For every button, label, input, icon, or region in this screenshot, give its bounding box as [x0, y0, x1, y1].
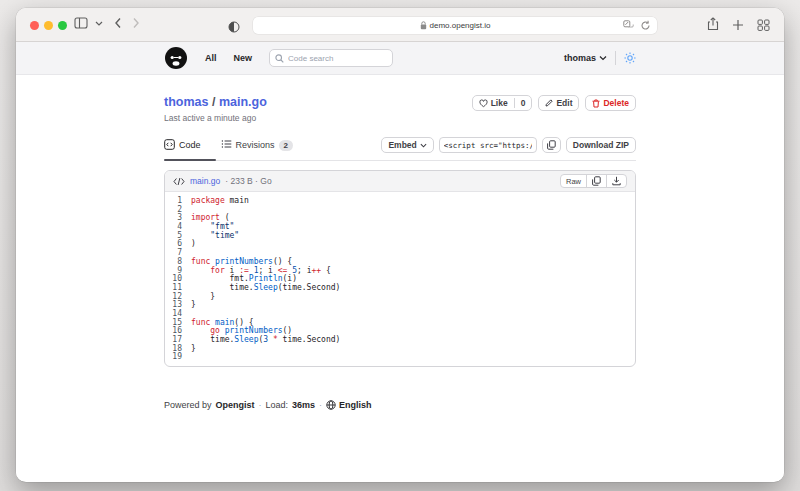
chevron-down-icon[interactable]	[95, 17, 103, 29]
tab-code[interactable]: Code	[164, 139, 201, 152]
file-card: main.go · 233 B · Go Raw	[164, 170, 636, 367]
address-bar[interactable]: demo.opengist.io	[253, 17, 657, 34]
opengist-footer-link[interactable]: Opengist	[216, 400, 255, 410]
code-line: 6)	[165, 240, 635, 249]
code-text: }	[191, 301, 196, 310]
download-zip-button[interactable]: Download ZIP	[566, 137, 636, 153]
browser-toolbar: demo.opengist.io	[16, 8, 784, 42]
code-text: }	[191, 345, 196, 354]
search-icon	[275, 49, 284, 67]
code-line: 3import (	[165, 214, 635, 223]
desktop-background: demo.opengist.io All New	[0, 0, 800, 491]
copy-icon	[592, 176, 601, 186]
trash-icon	[592, 99, 600, 108]
code-tab-icon	[164, 139, 175, 152]
user-menu[interactable]: thomas	[564, 53, 607, 63]
privacy-shield-icon[interactable]	[228, 19, 240, 37]
nav-all[interactable]: All	[205, 53, 217, 63]
window-controls	[30, 21, 67, 30]
last-active-text: Last active a minute ago	[164, 113, 267, 123]
code-search-box	[269, 49, 393, 67]
embed-button[interactable]: Embed	[381, 137, 433, 153]
revisions-list-icon	[221, 139, 232, 151]
code-line: 5 "time"	[165, 232, 635, 241]
close-window-button[interactable]	[30, 21, 39, 30]
header-divider	[615, 51, 616, 65]
code-file-icon	[173, 172, 185, 190]
gist-link[interactable]: main.go	[219, 95, 267, 109]
pencil-icon	[545, 99, 553, 107]
opengist-logo[interactable]	[164, 46, 188, 70]
code-line: 18}	[165, 345, 635, 354]
file-language: Go	[260, 176, 271, 186]
like-button[interactable]: Like 0	[472, 95, 533, 111]
code-text: time.Sleep(3 * time.Second)	[191, 336, 340, 345]
embed-snippet-input[interactable]	[439, 137, 537, 153]
theme-toggle-sun-icon[interactable]	[624, 52, 636, 64]
code-text: )	[191, 240, 196, 249]
copy-file-button[interactable]	[586, 175, 606, 187]
raw-button[interactable]: Raw	[561, 175, 586, 187]
browser-window: demo.opengist.io All New	[16, 8, 784, 482]
tab-revisions[interactable]: Revisions 2	[221, 139, 293, 151]
gist-title-row: thomas / main.go Last active a minute ag…	[164, 95, 636, 123]
minimize-window-button[interactable]	[44, 21, 53, 30]
tab-overview-icon[interactable]	[757, 17, 770, 35]
like-count: 0	[514, 98, 526, 108]
nav-new[interactable]: New	[234, 53, 253, 63]
download-icon	[612, 176, 621, 186]
file-card-header: main.go · 233 B · Go Raw	[165, 171, 635, 192]
chevron-down-icon	[599, 54, 607, 62]
page-title: thomas / main.go	[164, 95, 267, 109]
code-line: 17 time.Sleep(3 * time.Second)	[165, 336, 635, 345]
edit-button[interactable]: Edit	[538, 95, 579, 111]
download-file-button[interactable]	[606, 175, 626, 187]
footer: Powered by Opengist · Load: 36ms · Engli…	[164, 400, 636, 410]
code-line: 19	[165, 353, 635, 362]
load-time: 36ms	[292, 400, 315, 410]
user-name: thomas	[564, 53, 596, 63]
site-header: All New thomas	[16, 42, 784, 75]
heart-icon	[479, 99, 488, 108]
file-meta: · 233 B · Go	[225, 176, 271, 186]
file-name-link[interactable]: main.go	[190, 176, 220, 186]
owner-link[interactable]: thomas	[164, 95, 208, 109]
delete-button[interactable]: Delete	[585, 95, 636, 111]
reload-icon[interactable]	[640, 20, 651, 33]
code-line: 11 time.Sleep(time.Second)	[165, 284, 635, 293]
share-icon[interactable]	[707, 17, 719, 35]
file-actions-group: Raw	[560, 174, 627, 188]
translate-icon[interactable]	[623, 20, 634, 33]
lock-icon	[420, 21, 427, 30]
language-selector[interactable]: English	[326, 400, 372, 410]
code-body: 1package main23import (4 "fmt"5 "time"6)…	[165, 192, 635, 366]
revisions-count-badge: 2	[279, 140, 293, 151]
tabs-row: Code Revisions 2 Embed	[164, 137, 636, 161]
code-line: 13}	[165, 301, 635, 310]
globe-icon	[326, 400, 336, 410]
code-line: 12 }	[165, 293, 635, 302]
forward-icon[interactable]	[132, 17, 140, 29]
back-icon[interactable]	[114, 17, 122, 29]
file-size: 233 B	[230, 176, 252, 186]
zoom-window-button[interactable]	[58, 21, 67, 30]
copy-embed-button[interactable]	[542, 137, 561, 153]
address-url: demo.opengist.io	[430, 21, 491, 30]
code-text: package main	[191, 197, 249, 206]
new-tab-icon[interactable]	[732, 17, 744, 35]
code-text: "time"	[191, 232, 239, 241]
search-input[interactable]	[288, 54, 387, 63]
chevron-down-icon	[420, 142, 427, 149]
code-line: 2	[165, 206, 635, 215]
page: All New thomas	[16, 42, 784, 481]
code-line: 1package main	[165, 197, 635, 206]
copy-icon	[547, 140, 556, 150]
line-number[interactable]: 19	[165, 353, 191, 362]
sidebar-icon[interactable]	[74, 17, 88, 29]
